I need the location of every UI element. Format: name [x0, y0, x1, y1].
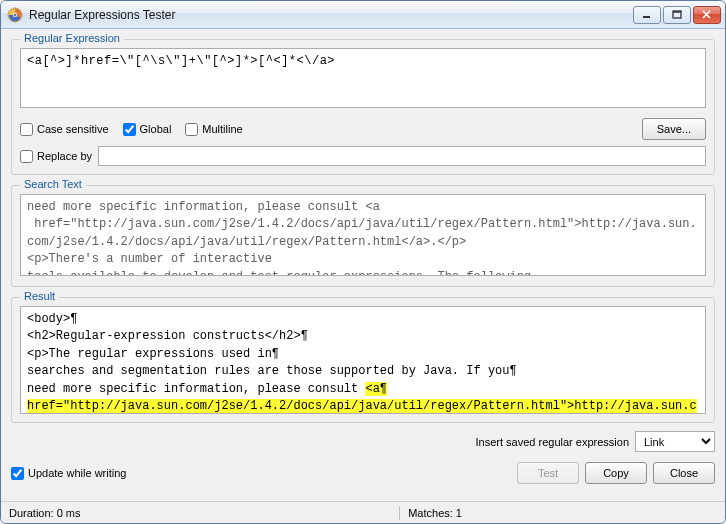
- search-text-input[interactable]: [20, 194, 706, 276]
- search-text-group-label: Search Text: [20, 178, 86, 190]
- case-sensitive-checkbox[interactable]: Case sensitive: [20, 123, 109, 136]
- replace-row: Replace by: [20, 146, 706, 166]
- statusbar: Duration: 0 ms Matches: 1: [1, 501, 725, 523]
- app-icon: [7, 7, 23, 23]
- result-pre: <body>¶ <h2>Regular-expression construct…: [27, 312, 517, 396]
- titlebar: Regular Expressions Tester: [1, 1, 725, 29]
- app-window: Regular Expressions Tester Regular Expre…: [0, 0, 726, 524]
- maximize-button[interactable]: [663, 6, 691, 24]
- close-window-button[interactable]: [693, 6, 721, 24]
- window-controls: [633, 6, 721, 24]
- save-button[interactable]: Save...: [642, 118, 706, 140]
- multiline-label: Multiline: [202, 123, 242, 135]
- multiline-checkbox[interactable]: Multiline: [185, 123, 242, 136]
- window-title: Regular Expressions Tester: [29, 8, 633, 22]
- status-matches: Matches: 1: [400, 502, 470, 523]
- test-button[interactable]: Test: [517, 462, 579, 484]
- content-area: Regular Expression Case sensitive Global…: [1, 29, 725, 501]
- replace-input[interactable]: [98, 146, 706, 166]
- bottom-button-row: Update while writing Test Copy Close: [11, 462, 715, 484]
- update-while-writing-label: Update while writing: [28, 467, 126, 479]
- insert-saved-label: Insert saved regular expression: [476, 436, 629, 448]
- result-output[interactable]: <body>¶ <h2>Regular-expression construct…: [20, 306, 706, 414]
- replace-by-label: Replace by: [37, 150, 92, 162]
- regex-group-label: Regular Expression: [20, 32, 124, 44]
- insert-saved-row: Insert saved regular expression Link: [11, 431, 715, 452]
- minimize-button[interactable]: [633, 6, 661, 24]
- close-button[interactable]: Close: [653, 462, 715, 484]
- update-while-writing-checkbox[interactable]: Update while writing: [11, 467, 126, 480]
- search-text-group: Search Text: [11, 185, 715, 287]
- result-group: Result <body>¶ <h2>Regular-expression co…: [11, 297, 715, 423]
- insert-saved-select[interactable]: Link: [635, 431, 715, 452]
- regex-group: Regular Expression Case sensitive Global…: [11, 39, 715, 175]
- global-checkbox[interactable]: Global: [123, 123, 172, 136]
- status-duration: Duration: 0 ms: [1, 502, 399, 523]
- regex-input[interactable]: [20, 48, 706, 108]
- replace-by-checkbox[interactable]: Replace by: [20, 150, 92, 163]
- regex-options-row: Case sensitive Global Multiline Save...: [20, 118, 706, 140]
- copy-button[interactable]: Copy: [585, 462, 647, 484]
- svg-point-3: [14, 13, 17, 16]
- result-group-label: Result: [20, 290, 59, 302]
- case-sensitive-label: Case sensitive: [37, 123, 109, 135]
- global-label: Global: [140, 123, 172, 135]
